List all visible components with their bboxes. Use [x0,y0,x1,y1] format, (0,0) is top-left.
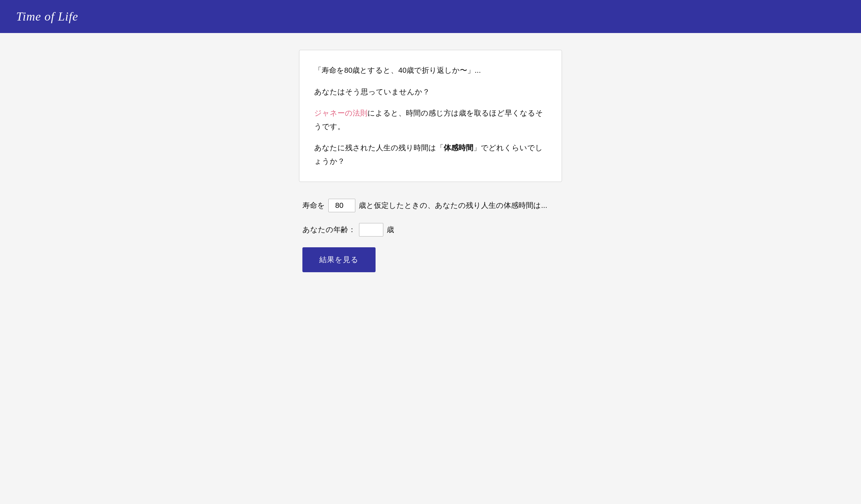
age-label: あなたの年齢： [302,225,356,235]
main-content: 「寿命を80歳とすると、40歳で折り返しか〜」... あなたはそう思っていません… [286,33,575,289]
info-line4-bold: 体感時間 [443,143,473,152]
info-line2: あなたはそう思っていませんか？ [314,85,547,99]
age-input[interactable] [359,223,383,237]
info-line3: ジャネーの法則によると、時間の感じ方は歳を取るほど早くなるそうです。 [314,107,547,133]
age-suffix: 歳 [387,225,394,235]
info-box: 「寿命を80歳とすると、40歳で折り返しか〜」... あなたはそう思っていません… [299,50,562,182]
lifespan-input[interactable] [328,199,355,212]
lifespan-row: 寿命を 歳と仮定したときの、あなたの残り人生の体感時間は... [302,199,559,212]
submit-button[interactable]: 結果を見る [302,247,375,272]
app-title: Time of Life [16,10,845,24]
info-line4: あなたに残された人生の残り時間は「体感時間」でどれくらいでしょうか？ [314,141,547,168]
janet-law-link[interactable]: ジャネーの法則 [314,109,367,117]
app-header: Time of Life [0,0,861,33]
form-section: 寿命を 歳と仮定したときの、あなたの残り人生の体感時間は... あなたの年齢： … [299,199,562,272]
age-row: あなたの年齢： 歳 [302,223,559,237]
info-line1: 「寿命を80歳とすると、40歳で折り返しか〜」... [314,64,547,77]
info-line4-prefix: あなたに残された人生の残り時間は「 [314,143,443,152]
lifespan-label-suffix: 歳と仮定したときの、あなたの残り人生の体感時間は... [359,200,547,211]
lifespan-label-prefix: 寿命を [302,200,325,211]
